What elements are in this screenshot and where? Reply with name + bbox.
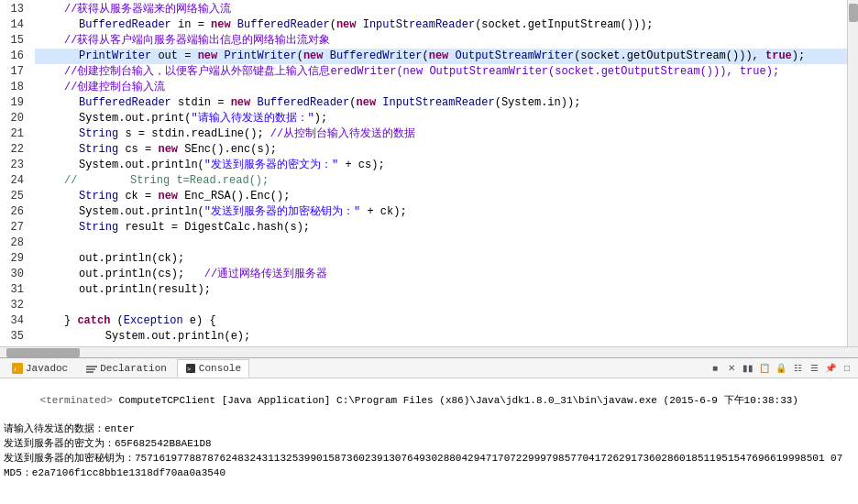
code-token: new xyxy=(211,17,231,33)
code-token: BufferedReader xyxy=(79,17,171,33)
code-token: BufferedReader xyxy=(237,17,330,33)
view-layout-button[interactable]: ☷ xyxy=(790,361,805,376)
code-token: String xyxy=(79,126,118,142)
tab-javadoc[interactable]: JJavadoc xyxy=(4,359,76,378)
code-token: //从控制台输入待发送的数据 xyxy=(270,126,415,142)
app-info: ComputeTCPClient [Java Application] C:\P… xyxy=(113,395,798,406)
code-token: //通过网络传送到服务器 xyxy=(204,267,327,282)
line-number: 15 xyxy=(0,33,24,49)
code-token: new xyxy=(198,49,218,64)
tab-declaration[interactable]: Declaration xyxy=(78,359,175,378)
line-number: 24 xyxy=(0,173,24,189)
code-token: BufferedWriter xyxy=(330,49,423,64)
code-line: out.println(cs); //通过网络传送到服务器 xyxy=(35,267,847,282)
declaration-icon xyxy=(86,363,97,374)
code-token: out.println(ck); xyxy=(79,251,184,267)
terminate-button[interactable]: ■ xyxy=(708,361,722,376)
code-token: BufferedReader xyxy=(257,95,349,111)
code-token: "请输入待发送的数据：" xyxy=(191,111,314,126)
console-line: 请输入待发送的数据：enter xyxy=(4,422,854,436)
code-token: in = xyxy=(171,17,211,33)
copy-button[interactable]: 📋 xyxy=(757,361,772,376)
code-token: System.out.println(e); xyxy=(79,329,250,345)
code-token: System.out.print( xyxy=(79,111,191,126)
console-icon: > xyxy=(185,363,196,374)
code-token: ( xyxy=(297,49,303,64)
line-number: 13 xyxy=(0,2,24,17)
code-token: (socket.getInputStream())); xyxy=(475,17,653,33)
remove-button[interactable]: ✕ xyxy=(724,361,739,376)
pin-button[interactable]: 📌 xyxy=(823,361,838,376)
code-line: out.println(result); xyxy=(35,282,847,298)
code-token: //获得从客户端向服务器端输出信息的网络输出流对象 xyxy=(64,33,330,49)
code-token: out.println(cs); xyxy=(79,267,204,282)
code-line: System.out.println(e); xyxy=(35,329,847,345)
vertical-scrollbar[interactable] xyxy=(847,0,858,346)
tab-actions: ■ ✕ ▮▮ 📋 🔒 ☷ ☰ 📌 □ xyxy=(708,361,854,376)
line-number: 20 xyxy=(0,111,24,126)
tab-label: Console xyxy=(199,363,241,374)
code-content[interactable]: //获得从服务器端来的网络输入流BufferedReader in = new … xyxy=(28,0,847,346)
code-token: new xyxy=(336,17,357,33)
line-number: 19 xyxy=(0,95,24,111)
scroll-lock-button[interactable]: 🔒 xyxy=(774,361,788,376)
code-token: InputStreamReader xyxy=(382,95,494,111)
code-line: } catch (Exception e) { xyxy=(35,313,847,329)
code-line: PrintWriter out = new PrintWriter(new Bu… xyxy=(35,49,847,64)
code-token: new xyxy=(429,49,449,64)
code-line: String cs = new SEnc().enc(s); xyxy=(35,142,847,158)
scrollbar-thumb[interactable] xyxy=(849,4,858,22)
code-token: (System.in)); xyxy=(495,95,581,111)
h-scrollbar-thumb[interactable] xyxy=(6,348,80,357)
line-number: 31 xyxy=(0,282,24,298)
code-line: // String t=Read.read(); xyxy=(35,173,847,189)
horizontal-scrollbar[interactable] xyxy=(0,346,858,357)
code-token: new xyxy=(231,95,251,111)
code-token: //创建控制台输入流 xyxy=(64,80,165,95)
maximize-button[interactable]: □ xyxy=(840,361,854,376)
code-token: ck = xyxy=(118,189,158,204)
code-token: out = xyxy=(151,49,197,64)
code-token: new xyxy=(158,189,178,204)
code-token: String xyxy=(79,142,118,158)
code-token: catch xyxy=(77,313,110,329)
code-token: + cs); xyxy=(338,158,384,173)
code-token: e) { xyxy=(183,313,216,329)
tab-console[interactable]: >Console xyxy=(177,359,249,378)
code-line: String result = DigestCalc.hash(s); xyxy=(35,220,847,236)
code-token xyxy=(357,17,363,33)
code-line xyxy=(35,298,847,313)
stop-button[interactable]: ▮▮ xyxy=(741,361,755,376)
console-line: MD5：e2a7106f1cc8bb1e1318df70aa0a3540 xyxy=(4,466,854,480)
code-token: System.out.println( xyxy=(79,158,204,173)
view-cols-button[interactable]: ☰ xyxy=(807,361,821,376)
console-line: 发送到服务器的密文为：65F682542B8AE1D8 xyxy=(4,437,854,451)
code-scroll-area[interactable]: 1314151617181920212223242526272829303132… xyxy=(0,0,858,346)
code-token: } xyxy=(64,313,77,329)
console-output: <terminated> ComputeTCPClient [Java Appl… xyxy=(0,378,858,504)
code-token: //获得从服务器端来的网络输入流 xyxy=(64,2,231,17)
code-line: //获得从客户端向服务器端输出信息的网络输出流对象 xyxy=(35,33,847,49)
code-token: finally xyxy=(77,345,123,346)
code-token: new xyxy=(303,49,324,64)
code-token: String xyxy=(79,220,118,236)
code-token: //创建控制台输入，以便客户端从外部键盘上输入信息eredWriter(new … xyxy=(64,64,779,80)
code-token xyxy=(323,49,329,64)
terminated-label: <terminated> xyxy=(40,395,113,406)
code-token: "发送到服务器的加密秘钥为：" xyxy=(204,204,360,220)
code-editor: 1314151617181920212223242526272829303132… xyxy=(0,0,858,357)
code-token xyxy=(250,95,257,111)
line-number: 34 xyxy=(0,313,24,329)
line-number: 16 xyxy=(0,49,24,64)
code-token: String xyxy=(79,189,118,204)
svg-rect-4 xyxy=(86,371,94,373)
code-token xyxy=(376,95,382,111)
code-token: (socket.getOutputStream())), xyxy=(574,49,765,64)
line-number: 21 xyxy=(0,126,24,142)
code-token: ); xyxy=(792,49,805,64)
code-line: //获得从服务器端来的网络输入流 xyxy=(35,2,847,17)
code-line: String ck = new Enc_RSA().Enc(); xyxy=(35,189,847,204)
code-token: ( xyxy=(110,313,123,329)
code-token: s = stdin.readLine(); xyxy=(118,126,270,142)
line-number: 26 xyxy=(0,204,24,220)
